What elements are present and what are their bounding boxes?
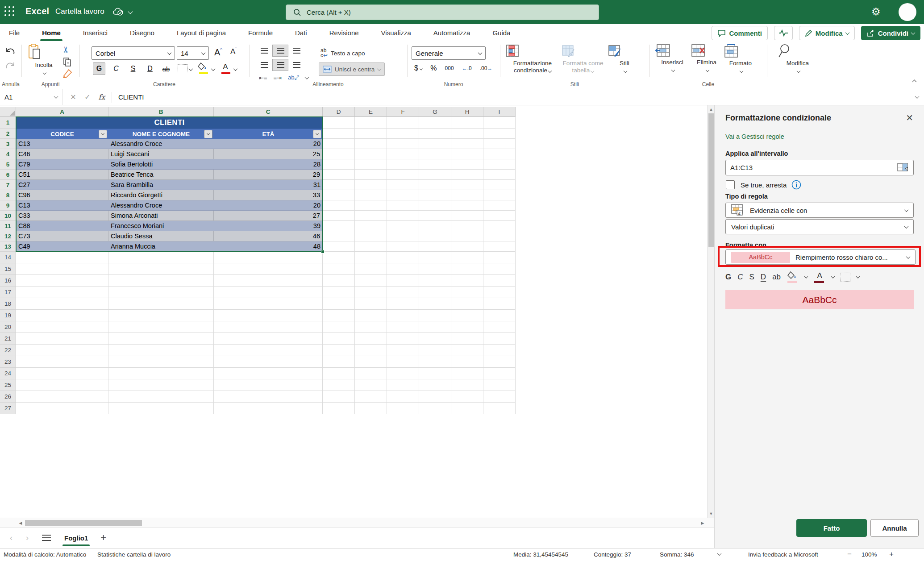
range-input[interactable]: A1:C13 bbox=[725, 160, 914, 175]
cell-H9[interactable] bbox=[451, 200, 483, 211]
scroll-right-icon[interactable]: ▶ bbox=[699, 521, 706, 525]
tab-home[interactable]: Home bbox=[41, 27, 62, 38]
merge-center-button[interactable]: Unisci e centra bbox=[319, 62, 385, 76]
font-name-select[interactable]: Corbel bbox=[92, 46, 175, 60]
panel-underline-button[interactable]: S bbox=[749, 273, 754, 282]
eta-cell[interactable]: 25 bbox=[214, 149, 323, 159]
cell-G13[interactable] bbox=[419, 241, 451, 252]
cell-E24[interactable] bbox=[355, 368, 387, 379]
eta-cell[interactable]: 28 bbox=[214, 159, 323, 169]
codice-cell[interactable]: C79 bbox=[16, 159, 108, 169]
font-color-chevron-icon[interactable] bbox=[233, 66, 238, 71]
cell-H13[interactable] bbox=[451, 241, 483, 252]
row-header-16[interactable]: 16 bbox=[0, 275, 16, 287]
row-header-12[interactable]: 12 bbox=[0, 231, 16, 241]
cell-E3[interactable] bbox=[355, 139, 387, 149]
format-painter-icon[interactable] bbox=[62, 69, 72, 79]
codice-cell[interactable]: C73 bbox=[16, 231, 108, 241]
text-orientation-icon[interactable]: ab⤢ bbox=[288, 74, 299, 81]
decrease-indent-icon[interactable]: ⇤≡ bbox=[259, 75, 267, 81]
cell-B16[interactable] bbox=[108, 275, 214, 287]
previous-sheet-chevron-icon[interactable]: ‹ bbox=[6, 533, 16, 543]
cell-G7[interactable] bbox=[419, 180, 451, 190]
cell-I7[interactable] bbox=[483, 180, 516, 190]
workbook-stats-status[interactable]: Statistiche cartella di lavoro bbox=[97, 551, 171, 558]
paste-button[interactable]: Incolla bbox=[28, 44, 60, 76]
show-changes-button[interactable] bbox=[774, 26, 793, 40]
cell-H2[interactable] bbox=[451, 129, 483, 139]
cell-C18[interactable] bbox=[214, 298, 323, 310]
panel-borders-chevron-icon[interactable] bbox=[856, 274, 860, 278]
format-style-dropdown[interactable]: AaBbCc Riempimento rosso chiaro co... bbox=[725, 249, 916, 265]
cell-D26[interactable] bbox=[323, 391, 355, 403]
cell-H7[interactable] bbox=[451, 180, 483, 190]
column-header-a[interactable]: A bbox=[16, 107, 108, 117]
cell-I17[interactable] bbox=[483, 287, 516, 298]
row-header-26[interactable]: 26 bbox=[0, 391, 16, 403]
eta-cell[interactable]: 33 bbox=[214, 190, 323, 200]
cell-G23[interactable] bbox=[419, 356, 451, 368]
tab-guida[interactable]: Guida bbox=[491, 27, 511, 38]
cell-D24[interactable] bbox=[323, 368, 355, 379]
cell-D17[interactable] bbox=[323, 287, 355, 298]
cell-F17[interactable] bbox=[387, 287, 419, 298]
align-right-button[interactable] bbox=[288, 59, 304, 71]
double-underline-button[interactable]: D bbox=[144, 62, 156, 75]
tab-disegno[interactable]: Disegno bbox=[129, 27, 155, 38]
insert-cells-button[interactable]: Inserisci bbox=[655, 44, 689, 73]
cell-H19[interactable] bbox=[451, 310, 483, 321]
cell-H12[interactable] bbox=[451, 231, 483, 241]
copy-icon[interactable] bbox=[63, 57, 72, 67]
cell-E8[interactable] bbox=[355, 190, 387, 200]
cell-G3[interactable] bbox=[419, 139, 451, 149]
cell-F19[interactable] bbox=[387, 310, 419, 321]
panel-bold-button[interactable]: G bbox=[725, 273, 731, 282]
account-avatar[interactable] bbox=[899, 3, 916, 21]
cell-H1[interactable] bbox=[451, 117, 483, 129]
cell-I10[interactable] bbox=[483, 211, 516, 221]
eta-cell[interactable]: 27 bbox=[214, 211, 323, 220]
cell-G17[interactable] bbox=[419, 287, 451, 298]
nome-cell[interactable]: Alessandro Croce bbox=[108, 200, 214, 210]
cell-B18[interactable] bbox=[108, 298, 214, 310]
fill-color-icon[interactable] bbox=[197, 62, 210, 75]
cell-F3[interactable] bbox=[387, 139, 419, 149]
cancel-button[interactable]: Annulla bbox=[870, 519, 919, 537]
cell-F9[interactable] bbox=[387, 200, 419, 211]
row-header-4[interactable]: 4 bbox=[0, 149, 16, 159]
cell-A20[interactable] bbox=[16, 321, 108, 333]
cell-H20[interactable] bbox=[451, 321, 483, 333]
filter-button-nome-e-cognome[interactable] bbox=[204, 130, 212, 138]
cell-E12[interactable] bbox=[355, 231, 387, 241]
align-bottom-button[interactable] bbox=[288, 45, 304, 57]
settings-gear-icon[interactable]: ⚙ bbox=[871, 5, 881, 18]
cell-B19[interactable] bbox=[108, 310, 214, 321]
cell-G4[interactable] bbox=[419, 149, 451, 159]
percent-format-icon[interactable]: % bbox=[430, 64, 437, 72]
eta-cell[interactable]: 29 bbox=[214, 170, 323, 179]
row-header-3[interactable]: 3 bbox=[0, 139, 16, 149]
cell-H25[interactable] bbox=[451, 379, 483, 391]
panel-strikethrough-button[interactable]: ab bbox=[772, 273, 781, 282]
status-aggregates-chevron-icon[interactable] bbox=[717, 551, 722, 556]
decrease-decimal-icon[interactable]: .00→ bbox=[480, 65, 493, 71]
cell-E15[interactable] bbox=[355, 263, 387, 275]
cell-D15[interactable] bbox=[323, 263, 355, 275]
row-header-27[interactable]: 27 bbox=[0, 403, 16, 414]
cell-F11[interactable] bbox=[387, 221, 419, 231]
cell-E20[interactable] bbox=[355, 321, 387, 333]
cell-F23[interactable] bbox=[387, 356, 419, 368]
font-size-select[interactable]: 14 bbox=[177, 46, 209, 60]
cell-D27[interactable] bbox=[323, 403, 355, 414]
collapse-ribbon-chevron-icon[interactable] bbox=[912, 80, 917, 84]
number-format-select[interactable]: Generale bbox=[412, 46, 486, 60]
row-header-13[interactable]: 13 bbox=[0, 241, 16, 252]
tab-file[interactable]: File bbox=[8, 27, 21, 38]
cell-G24[interactable] bbox=[419, 368, 451, 379]
document-menu-chevron-icon[interactable] bbox=[128, 9, 133, 14]
cell-F16[interactable] bbox=[387, 275, 419, 287]
confirm-entry-icon[interactable]: ✓ bbox=[80, 93, 95, 101]
borders-icon[interactable] bbox=[178, 64, 187, 73]
zoom-level[interactable]: 100% bbox=[862, 551, 877, 558]
cell-I2[interactable] bbox=[483, 129, 516, 139]
